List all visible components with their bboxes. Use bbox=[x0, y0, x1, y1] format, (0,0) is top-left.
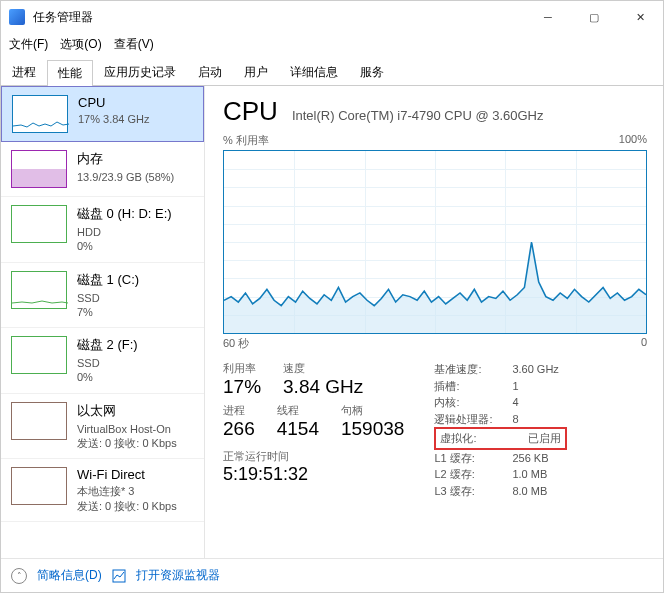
chart-label-tl: % 利用率 bbox=[223, 133, 269, 148]
resource-monitor-icon bbox=[112, 569, 126, 583]
cpu-chart bbox=[223, 150, 647, 334]
chart-label-br: 0 bbox=[641, 336, 647, 351]
spec-row: 虚拟化:已启用 bbox=[434, 427, 567, 450]
resource-monitor-link[interactable]: 打开资源监视器 bbox=[136, 567, 220, 584]
sidebar: CPU17% 3.84 GHz 内存13.9/23.9 GB (58%) 磁盘 … bbox=[1, 86, 205, 558]
sidebar-item-sub: 13.9/23.9 GB (58%) bbox=[77, 170, 174, 184]
thr-label: 线程 bbox=[277, 403, 319, 418]
sidebar-item-label: Wi-Fi Direct bbox=[77, 467, 177, 482]
speed-value: 3.84 GHz bbox=[283, 376, 363, 399]
sidebar-item-memory[interactable]: 内存13.9/23.9 GB (58%) bbox=[1, 142, 204, 197]
sidebar-item-sub: SSD 0% bbox=[77, 356, 138, 385]
sidebar-item-sub: HDD 0% bbox=[77, 225, 172, 254]
sidebar-item-sub: SSD 7% bbox=[77, 291, 139, 320]
titlebar: 任务管理器 ─ ▢ ✕ bbox=[1, 1, 663, 33]
memory-thumbnail bbox=[11, 150, 67, 188]
tab-startup[interactable]: 启动 bbox=[187, 59, 233, 85]
spec-key: 虚拟化: bbox=[440, 430, 504, 447]
tabs: 进程 性能 应用历史记录 启动 用户 详细信息 服务 bbox=[1, 59, 663, 86]
cpu-thumbnail bbox=[12, 95, 68, 133]
spec-row: L3 缓存:8.0 MB bbox=[434, 483, 567, 500]
spec-key: L2 缓存: bbox=[434, 466, 498, 483]
tab-processes[interactable]: 进程 bbox=[1, 59, 47, 85]
spec-table: 基准速度:3.60 GHz插槽:1内核:4逻辑处理器:8虚拟化:已启用L1 缓存… bbox=[434, 361, 567, 499]
menubar: 文件(F) 选项(O) 查看(V) bbox=[1, 33, 663, 55]
tab-users[interactable]: 用户 bbox=[233, 59, 279, 85]
spec-row: 逻辑处理器:8 bbox=[434, 411, 567, 428]
chart-line bbox=[224, 151, 646, 333]
sidebar-item-disk2[interactable]: 磁盘 2 (F:)SSD 0% bbox=[1, 328, 204, 394]
footer: ˄ 简略信息(D) 打开资源监视器 bbox=[1, 558, 663, 592]
sidebar-item-wifi[interactable]: Wi-Fi Direct本地连接* 3 发送: 0 接收: 0 Kbps bbox=[1, 459, 204, 522]
chevron-up-icon[interactable]: ˄ bbox=[11, 568, 27, 584]
cpu-model: Intel(R) Core(TM) i7-4790 CPU @ 3.60GHz bbox=[292, 108, 544, 123]
util-value: 17% bbox=[223, 376, 261, 399]
sidebar-item-ethernet[interactable]: 以太网VirtualBox Host-On 发送: 0 接收: 0 Kbps bbox=[1, 394, 204, 460]
sidebar-item-disk1[interactable]: 磁盘 1 (C:)SSD 7% bbox=[1, 263, 204, 329]
spec-value: 1 bbox=[512, 378, 518, 395]
sidebar-item-label: 磁盘 2 (F:) bbox=[77, 336, 138, 354]
main-panel: CPU Intel(R) Core(TM) i7-4790 CPU @ 3.60… bbox=[205, 86, 663, 558]
spec-key: 内核: bbox=[434, 394, 498, 411]
util-label: 利用率 bbox=[223, 361, 261, 376]
sidebar-item-label: 以太网 bbox=[77, 402, 177, 420]
network-thumbnail bbox=[11, 467, 67, 505]
sidebar-item-label: 内存 bbox=[77, 150, 174, 168]
uptime-value: 5:19:51:32 bbox=[223, 464, 404, 485]
spec-key: 逻辑处理器: bbox=[434, 411, 498, 428]
chart-label-tr: 100% bbox=[619, 133, 647, 148]
window-title: 任务管理器 bbox=[33, 9, 525, 26]
menu-view[interactable]: 查看(V) bbox=[114, 36, 154, 53]
proc-label: 进程 bbox=[223, 403, 255, 418]
hnd-value: 159038 bbox=[341, 418, 404, 441]
hnd-label: 句柄 bbox=[341, 403, 404, 418]
tab-details[interactable]: 详细信息 bbox=[279, 59, 349, 85]
sidebar-item-disk0[interactable]: 磁盘 0 (H: D: E:)HDD 0% bbox=[1, 197, 204, 263]
spec-row: L1 缓存:256 KB bbox=[434, 450, 567, 467]
tab-services[interactable]: 服务 bbox=[349, 59, 395, 85]
app-icon bbox=[9, 9, 25, 25]
spec-row: 基准速度:3.60 GHz bbox=[434, 361, 567, 378]
disk-thumbnail bbox=[11, 336, 67, 374]
spec-row: L2 缓存:1.0 MB bbox=[434, 466, 567, 483]
tab-app-history[interactable]: 应用历史记录 bbox=[93, 59, 187, 85]
close-button[interactable]: ✕ bbox=[617, 1, 663, 33]
spec-value: 8 bbox=[512, 411, 518, 428]
spec-value: 3.60 GHz bbox=[512, 361, 558, 378]
spec-key: 插槽: bbox=[434, 378, 498, 395]
sidebar-item-sub: 本地连接* 3 发送: 0 接收: 0 Kbps bbox=[77, 484, 177, 513]
spec-key: L1 缓存: bbox=[434, 450, 498, 467]
spec-value: 1.0 MB bbox=[512, 466, 547, 483]
sidebar-item-cpu[interactable]: CPU17% 3.84 GHz bbox=[1, 86, 204, 142]
page-title: CPU bbox=[223, 96, 278, 127]
sidebar-item-label: 磁盘 1 (C:) bbox=[77, 271, 139, 289]
minimize-button[interactable]: ─ bbox=[525, 1, 571, 33]
spec-value: 4 bbox=[512, 394, 518, 411]
spec-key: L3 缓存: bbox=[434, 483, 498, 500]
network-thumbnail bbox=[11, 402, 67, 440]
uptime-label: 正常运行时间 bbox=[223, 449, 404, 464]
spec-key: 基准速度: bbox=[434, 361, 498, 378]
maximize-button[interactable]: ▢ bbox=[571, 1, 617, 33]
sidebar-item-sub: VirtualBox Host-On 发送: 0 接收: 0 Kbps bbox=[77, 422, 177, 451]
spec-row: 内核:4 bbox=[434, 394, 567, 411]
sidebar-item-label: 磁盘 0 (H: D: E:) bbox=[77, 205, 172, 223]
virtualization-highlight: 虚拟化:已启用 bbox=[434, 427, 567, 450]
spec-value: 256 KB bbox=[512, 450, 548, 467]
disk-thumbnail bbox=[11, 271, 67, 309]
menu-options[interactable]: 选项(O) bbox=[60, 36, 101, 53]
spec-value: 8.0 MB bbox=[512, 483, 547, 500]
menu-file[interactable]: 文件(F) bbox=[9, 36, 48, 53]
brief-info-link[interactable]: 简略信息(D) bbox=[37, 567, 102, 584]
sidebar-item-label: CPU bbox=[78, 95, 150, 110]
spec-row: 插槽:1 bbox=[434, 378, 567, 395]
content: CPU17% 3.84 GHz 内存13.9/23.9 GB (58%) 磁盘 … bbox=[1, 86, 663, 558]
disk-thumbnail bbox=[11, 205, 67, 243]
spec-value: 已启用 bbox=[528, 430, 561, 447]
svg-marker-0 bbox=[224, 242, 646, 333]
chart-label-bl: 60 秒 bbox=[223, 336, 249, 351]
proc-value: 266 bbox=[223, 418, 255, 441]
tab-performance[interactable]: 性能 bbox=[47, 60, 93, 86]
sidebar-item-sub: 17% 3.84 GHz bbox=[78, 112, 150, 126]
speed-label: 速度 bbox=[283, 361, 363, 376]
